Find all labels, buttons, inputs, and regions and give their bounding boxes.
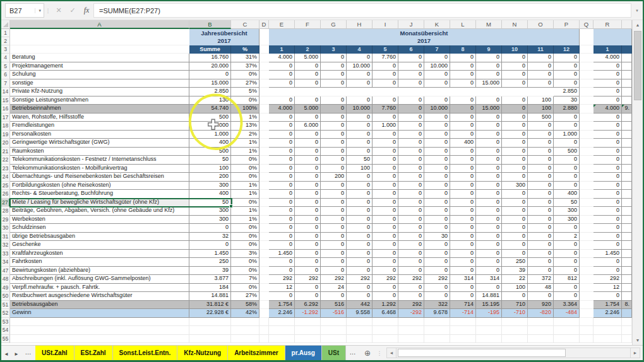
select-all-corner[interactable]	[1, 20, 10, 29]
cell-E47[interactable]: 0	[269, 267, 295, 276]
cell-G24[interactable]: 200	[321, 173, 347, 182]
cell-R5[interactable]: 0	[593, 62, 622, 71]
cell-P15[interactable]: 30	[554, 96, 580, 105]
cell-P48[interactable]: 812	[554, 275, 580, 284]
cell-A4[interactable]: Beratung	[10, 54, 189, 62]
cell-J50[interactable]: 0	[398, 292, 424, 301]
cell-J32[interactable]: 0	[398, 241, 424, 250]
cell-I14[interactable]	[373, 88, 398, 96]
cell-R33[interactable]: 1.450	[593, 250, 622, 259]
cell-I54[interactable]	[373, 326, 398, 335]
cell-A48[interactable]: Abschreibungen (inkl. Auflösung GWG-Samm…	[10, 275, 189, 284]
sheet-tab-pr-ausg[interactable]: pr.Ausg	[285, 346, 322, 362]
cell-N49[interactable]: 100	[502, 284, 528, 293]
cell-M47[interactable]: 0	[476, 267, 502, 276]
cell-M27[interactable]: 0	[476, 199, 502, 207]
cell-O15[interactable]: 100	[528, 96, 554, 105]
cell-S6[interactable]	[622, 71, 632, 79]
cell-H18[interactable]: 0	[347, 122, 373, 131]
cell-H17[interactable]: 0	[347, 114, 373, 122]
cell-L29[interactable]: 0	[450, 216, 476, 225]
cell-S29[interactable]	[622, 216, 632, 225]
cell-P14[interactable]: 2.850	[554, 88, 580, 96]
cell-I55[interactable]	[373, 335, 398, 344]
cell-E25[interactable]: 0	[269, 182, 295, 190]
cell-M55[interactable]	[476, 335, 502, 344]
cell-F33[interactable]: 0	[295, 250, 321, 259]
cell-K54[interactable]	[424, 326, 450, 335]
cell-M15[interactable]: 0	[476, 96, 502, 105]
sheet-tab-ust-zahl[interactable]: USt.Zahl	[35, 346, 75, 362]
column-header-I[interactable]: I	[373, 20, 398, 29]
cell-E16[interactable]: 4.000	[269, 105, 295, 114]
cell-L54[interactable]	[450, 326, 476, 335]
cell-A52[interactable]: Gewinn	[10, 309, 189, 318]
cell-J55[interactable]	[398, 335, 424, 344]
cell-C52[interactable]: 42%	[231, 309, 259, 318]
cell-S19[interactable]	[622, 131, 632, 139]
cell-M5[interactable]: 0	[476, 62, 502, 71]
hidden-sheets-right-icon[interactable]: …	[346, 346, 360, 362]
cell-R25[interactable]: 0	[593, 182, 622, 190]
cell-C17[interactable]: 1%	[231, 114, 259, 122]
cell-P6[interactable]: 0	[554, 71, 580, 79]
cell-M19[interactable]: 0	[476, 131, 502, 139]
cell-B51[interactable]: 31.812 €	[189, 301, 231, 310]
cell-A19[interactable]: Personalkosten	[10, 131, 189, 139]
cell-I33[interactable]: 0	[373, 250, 398, 259]
cell-A30[interactable]: Schuldzinsen	[10, 224, 189, 233]
cell-A16[interactable]: Betriebseinnahmen	[10, 105, 189, 114]
cell-J5[interactable]: 0	[398, 62, 424, 71]
cell-B19[interactable]: 1.000	[189, 131, 231, 139]
cell-H32[interactable]: 0	[347, 241, 373, 250]
cell-I26[interactable]: 0	[373, 190, 398, 199]
cell-I50[interactable]: 0	[373, 292, 398, 301]
cell-N21[interactable]: 0	[502, 148, 528, 156]
cell-H29[interactable]: 0	[347, 216, 373, 225]
cell-F29[interactable]: 0	[295, 216, 321, 225]
cell-K15[interactable]: 0	[424, 96, 450, 105]
cell-I49[interactable]: 0	[373, 284, 398, 293]
cell-O52[interactable]: -820	[528, 309, 554, 318]
cell-G23[interactable]: 0	[321, 165, 347, 173]
cell-H19[interactable]: 0	[347, 131, 373, 139]
cell-G49[interactable]: 24	[321, 284, 347, 293]
row-header-18[interactable]: 18	[1, 122, 10, 131]
cell-O28[interactable]: 0	[528, 207, 554, 216]
cell-H28[interactable]: 0	[347, 207, 373, 216]
cell-P27[interactable]: 50	[554, 199, 580, 207]
cell-K26[interactable]: 0	[424, 190, 450, 199]
cell-R29[interactable]: 0	[593, 216, 622, 225]
cell-C31[interactable]: 0%	[231, 233, 259, 242]
cell-G7[interactable]: 0	[321, 79, 347, 88]
formula-input[interactable]: =SUMME(E27:P27)	[93, 3, 631, 18]
cell-G6[interactable]: 0	[321, 71, 347, 79]
row-header-20[interactable]: 20	[1, 139, 10, 148]
cell-P28[interactable]: 300	[554, 207, 580, 216]
scroll-left-icon[interactable]: ◄	[386, 347, 397, 358]
scroll-right-icon[interactable]: ►	[630, 347, 640, 358]
cell-B4[interactable]: 16.760	[189, 54, 231, 62]
cell-C49[interactable]: 0%	[231, 284, 259, 293]
cell-H31[interactable]: 0	[347, 233, 373, 242]
cell-F27[interactable]: 0	[295, 199, 321, 207]
column-header-G[interactable]: G	[321, 20, 347, 29]
cell-G20[interactable]: 0	[321, 139, 347, 148]
cell-R26[interactable]: 0	[593, 190, 622, 199]
month-header-3[interactable]: 3	[321, 45, 347, 54]
column-header-L[interactable]: L	[450, 20, 476, 29]
cell-L7[interactable]: 0	[450, 79, 476, 88]
cell-J47[interactable]: 0	[398, 267, 424, 276]
cell-B22[interactable]: 50	[189, 156, 231, 165]
cell-C47[interactable]: 0%	[231, 267, 259, 276]
cell-C16[interactable]: 100%	[231, 105, 259, 114]
cell-F34[interactable]: 0	[295, 258, 321, 267]
insert-function-icon[interactable]: fx	[80, 1, 93, 20]
cell-G29[interactable]: 0	[321, 216, 347, 225]
cell-P24[interactable]: 0	[554, 173, 580, 182]
cell-R18[interactable]: 0	[593, 122, 622, 131]
cell-G51[interactable]: 516	[321, 301, 347, 310]
cell-I21[interactable]: 0	[373, 148, 398, 156]
cell-A31[interactable]: übrige Betriebsausgaben	[10, 233, 189, 242]
cell-B29[interactable]: 300	[189, 216, 231, 225]
